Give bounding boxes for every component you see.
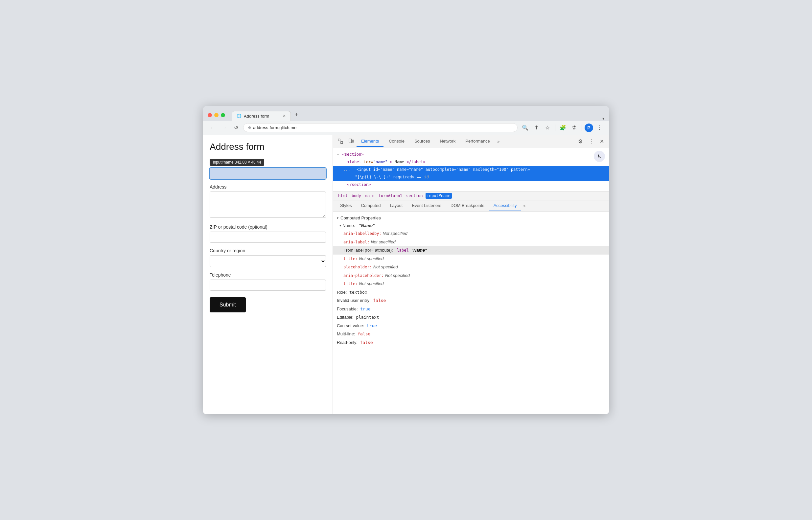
prop-tab-event-listeners[interactable]: Event Listeners bbox=[407, 200, 446, 211]
element-selector-icon[interactable] bbox=[335, 137, 346, 146]
dom-line-input-cont[interactable]: "[\p{L} \-\.]+" required> == $0 bbox=[333, 174, 609, 181]
address-input[interactable] bbox=[210, 191, 326, 218]
search-icon[interactable]: 🔍 bbox=[520, 123, 530, 133]
title-val-2: Not specified bbox=[359, 281, 383, 287]
devtools-actions: ⚙ ⋮ ✕ bbox=[576, 136, 606, 147]
name-field-group: input#name 342.88 × 48.44 bbox=[210, 159, 326, 179]
readonly-label: Read-only: bbox=[337, 340, 357, 345]
prop-tab-layout[interactable]: Layout bbox=[385, 200, 407, 211]
collapse-toggle[interactable]: ▾ bbox=[337, 152, 339, 157]
tab-elements[interactable]: Elements bbox=[357, 136, 383, 147]
devtools-icon[interactable]: ⚗ bbox=[569, 123, 579, 133]
share-icon[interactable]: ⬆ bbox=[531, 123, 541, 133]
name-section-header[interactable]: ▾ Name: "Name" bbox=[333, 222, 609, 229]
svg-rect-0 bbox=[338, 139, 340, 141]
tab-sources[interactable]: Sources bbox=[410, 136, 435, 147]
can-set-row: Can set value: true bbox=[333, 321, 609, 330]
role-val: textbox bbox=[349, 290, 367, 295]
from-label-key: From label (for= attribute): bbox=[344, 247, 393, 254]
lock-icon: ⊙ bbox=[248, 126, 251, 130]
name-input[interactable] bbox=[210, 168, 326, 179]
tab-dropdown-icon[interactable]: ▾ bbox=[602, 116, 604, 121]
focusable-row: Focusable: true bbox=[333, 305, 609, 313]
more-tabs-icon[interactable]: » bbox=[495, 136, 502, 147]
tab-console[interactable]: Console bbox=[384, 136, 409, 147]
svg-rect-2 bbox=[349, 139, 352, 143]
title-key-2: title: bbox=[344, 281, 357, 287]
submit-button[interactable]: Submit bbox=[210, 297, 246, 312]
telephone-input[interactable] bbox=[210, 280, 326, 291]
computed-props-toggle[interactable]: ▾ bbox=[337, 216, 338, 220]
aria-placeholder-row: aria-placeholder: Not specified bbox=[333, 271, 609, 280]
toolbar-icons: 🔍 ⬆ ☆ 🧩 ⚗ P ⋮ bbox=[520, 123, 604, 133]
svg-rect-3 bbox=[352, 140, 354, 142]
prop-tab-dom-breakpoints[interactable]: DOM Breakpoints bbox=[446, 200, 489, 211]
aria-label-val: Not specified bbox=[371, 239, 395, 245]
input-tooltip: input#name 342.88 × 48.44 bbox=[210, 159, 264, 166]
page-title: Address form bbox=[210, 141, 326, 152]
device-toolbar-icon[interactable] bbox=[346, 137, 356, 146]
close-button[interactable] bbox=[208, 113, 212, 117]
address-input[interactable]: ⊙ address-form.glitch.me bbox=[243, 123, 517, 132]
country-select[interactable]: United States United Kingdom Canada bbox=[210, 255, 326, 267]
bookmark-icon[interactable]: ☆ bbox=[542, 123, 552, 133]
minimize-button[interactable] bbox=[214, 113, 219, 117]
prop-more-tabs-icon[interactable]: » bbox=[521, 201, 527, 211]
dom-line-label[interactable]: <label for="name" > Name </label> bbox=[333, 158, 609, 166]
breadcrumb-body[interactable]: body bbox=[350, 193, 362, 199]
from-label-name: "Name" bbox=[411, 247, 427, 254]
back-button[interactable]: ← bbox=[208, 123, 217, 132]
from-label-val: label bbox=[397, 248, 409, 253]
breadcrumb-html[interactable]: html bbox=[337, 193, 349, 199]
maximize-button[interactable] bbox=[221, 113, 225, 117]
can-set-val: true bbox=[367, 323, 377, 328]
prop-tab-styles[interactable]: Styles bbox=[335, 200, 356, 211]
breadcrumb-form[interactable]: form#form1 bbox=[377, 193, 404, 199]
breadcrumb-section[interactable]: section bbox=[405, 193, 424, 199]
new-tab-button[interactable]: + bbox=[291, 109, 302, 121]
more-options-icon[interactable]: ⋮ bbox=[594, 123, 604, 133]
placeholder-key: placeholder: bbox=[344, 264, 372, 270]
devtools-more-icon[interactable]: ⋮ bbox=[586, 136, 596, 147]
breadcrumb-input[interactable]: input#name bbox=[426, 193, 452, 199]
editable-row: Editable: plaintext bbox=[333, 313, 609, 321]
invalid-val: false bbox=[373, 298, 386, 303]
placeholder-row: placeholder: Not specified bbox=[333, 263, 609, 271]
readonly-val: false bbox=[360, 340, 373, 345]
tab-title: Address form bbox=[244, 114, 280, 119]
zip-input[interactable] bbox=[210, 232, 326, 243]
breadcrumb-main[interactable]: main bbox=[364, 193, 376, 199]
multiline-row: Multi-line: false bbox=[333, 330, 609, 338]
devtools-panel: Elements Console Sources Network Perform… bbox=[333, 135, 609, 414]
prop-tab-accessibility[interactable]: Accessibility bbox=[489, 200, 522, 211]
multiline-label: Multi-line: bbox=[337, 332, 355, 336]
dom-line-section-close[interactable]: </section> bbox=[333, 181, 609, 188]
tab-performance[interactable]: Performance bbox=[461, 136, 494, 147]
toolbar-divider-2 bbox=[582, 125, 582, 131]
prop-tab-computed[interactable]: Computed bbox=[356, 200, 385, 211]
can-set-label: Can set value: bbox=[337, 323, 364, 328]
telephone-label: Telephone bbox=[210, 272, 326, 278]
dom-line-section[interactable]: ▾ <section> bbox=[333, 151, 609, 158]
dom-line-input[interactable]: ... <input id="name" name="name" autocom… bbox=[333, 166, 609, 174]
accessibility-icon[interactable]: ♿ bbox=[594, 151, 605, 162]
tab-close-icon[interactable]: ✕ bbox=[283, 114, 286, 118]
title-bar: 🌐 Address form ✕ + ▾ bbox=[203, 106, 609, 121]
country-label: Country or region bbox=[210, 248, 326, 253]
role-row: Role: textbox bbox=[333, 288, 609, 296]
title-val-1: Not specified bbox=[359, 256, 383, 262]
tab-network[interactable]: Network bbox=[435, 136, 460, 147]
extension-icon[interactable]: 🧩 bbox=[558, 123, 568, 133]
forward-button[interactable]: → bbox=[220, 123, 229, 132]
computed-props-header[interactable]: ▾ Computed Properties bbox=[333, 214, 609, 222]
devtools-close-icon[interactable]: ✕ bbox=[598, 136, 606, 147]
address-bar-row: ← → ↺ ⊙ address-form.glitch.me 🔍 ⬆ ☆ 🧩 ⚗… bbox=[203, 121, 609, 135]
tab-icon: 🌐 bbox=[236, 114, 242, 118]
aria-label-key: aria-label: bbox=[344, 239, 370, 245]
devtools-settings-icon[interactable]: ⚙ bbox=[576, 136, 585, 147]
role-label: Role: bbox=[337, 290, 347, 295]
profile-avatar[interactable]: P bbox=[585, 124, 593, 132]
reload-button[interactable]: ↺ bbox=[231, 123, 240, 132]
svg-rect-1 bbox=[341, 141, 343, 144]
browser-tab[interactable]: 🌐 Address form ✕ bbox=[232, 111, 291, 121]
